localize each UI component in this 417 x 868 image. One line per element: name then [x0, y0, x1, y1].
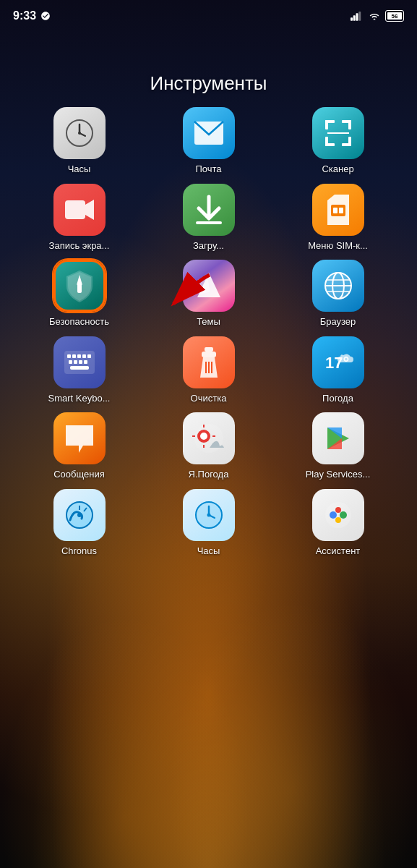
app-label-browser: Браузер [320, 316, 356, 328]
svg-rect-23 [333, 208, 338, 213]
svg-rect-10 [325, 120, 328, 129]
svg-rect-26 [77, 283, 82, 293]
app-label-scanner: Сканер [322, 163, 353, 175]
app-icon-chronus [53, 489, 106, 541]
app-label-clock2: Часы [197, 545, 220, 557]
app-label-play-services: Play Services... [306, 469, 371, 480]
app-mail[interactable]: Почта [173, 107, 245, 175]
app-icon-cleaner [183, 336, 235, 388]
app-row-6: Chronus Часы [14, 489, 403, 557]
screen: 9:33 56 Инструменты [0, 0, 417, 868]
app-label-messages: Сообщения [53, 469, 105, 480]
svg-rect-12 [348, 120, 351, 129]
svg-rect-1 [353, 15, 356, 21]
status-icons: 56 [351, 10, 404, 22]
app-cleaner[interactable]: Очистка [173, 336, 245, 404]
app-messages[interactable]: Сообщения [43, 412, 116, 480]
app-label-assistant: Ассистент [316, 545, 361, 557]
svg-rect-0 [351, 17, 353, 21]
app-icon-record [53, 184, 106, 236]
notification-icon [40, 11, 51, 21]
app-icon-clock [53, 107, 106, 159]
battery-fill: 56 [387, 12, 402, 20]
svg-point-7 [78, 132, 81, 135]
battery-indicator: 56 [385, 10, 404, 22]
app-label-yandex-weather: Я.Погода [189, 469, 229, 480]
app-play-services[interactable]: Play Services... [302, 412, 374, 480]
app-clock[interactable]: Часы [43, 107, 116, 175]
signal-icon [351, 11, 364, 21]
svg-rect-36 [67, 354, 71, 358]
app-download[interactable]: Загру... [173, 184, 245, 252]
app-icon-weather: 17° [312, 336, 364, 388]
app-icon-clock2 [183, 489, 235, 541]
app-icon-browser [312, 260, 364, 312]
app-sim[interactable]: Меню SIM-к... [302, 184, 374, 252]
app-label-mail: Почта [195, 163, 221, 175]
svg-rect-14 [325, 137, 328, 146]
folder-title: Инструменты [0, 72, 417, 95]
app-label-keyboard: Smart Keybo... [48, 393, 111, 404]
app-clock2[interactable]: Часы [173, 489, 245, 557]
svg-point-64 [77, 513, 82, 517]
status-time: 9:33 [13, 9, 51, 22]
svg-rect-41 [69, 360, 72, 364]
svg-rect-46 [205, 347, 213, 352]
arrow-overlay [137, 268, 224, 328]
app-label-clock: Часы [68, 163, 91, 175]
svg-rect-42 [74, 360, 77, 364]
app-label-security: Безопасность [49, 316, 109, 328]
app-scanner[interactable]: Сканер [302, 107, 374, 175]
svg-rect-40 [87, 354, 91, 358]
svg-point-74 [335, 507, 341, 513]
app-icon-messages [53, 412, 106, 464]
svg-rect-18 [65, 200, 85, 219]
app-icon-yandex-weather [183, 412, 235, 464]
svg-point-75 [340, 511, 347, 519]
svg-rect-38 [77, 354, 81, 358]
app-row-5: Сообщения Я.Погода [14, 412, 403, 480]
svg-point-71 [207, 513, 210, 516]
app-yandex-weather[interactable]: Я.Погода [173, 412, 245, 480]
app-icon-play-services [312, 412, 364, 464]
svg-rect-47 [202, 352, 216, 357]
svg-point-54 [200, 433, 207, 440]
svg-rect-2 [356, 13, 358, 21]
app-record[interactable]: Запись экра... [43, 184, 116, 252]
battery-text: 56 [392, 13, 398, 20]
svg-rect-45 [70, 366, 89, 370]
svg-rect-24 [339, 208, 343, 213]
svg-rect-37 [72, 354, 76, 358]
svg-rect-3 [358, 12, 361, 21]
app-grid: Часы Почта [0, 107, 417, 566]
app-icon-scanner [312, 107, 364, 159]
app-icon-keyboard [53, 336, 106, 388]
app-row-2: Запись экра... Загру... [14, 184, 403, 252]
app-row-1: Часы Почта [14, 107, 403, 175]
svg-rect-44 [84, 360, 87, 364]
app-icon-assistant [312, 489, 364, 541]
app-icon-mail [183, 107, 235, 159]
app-icon-download [183, 184, 235, 236]
svg-point-73 [330, 511, 337, 519]
app-browser[interactable]: Браузер [302, 260, 374, 328]
wifi-icon [368, 11, 381, 21]
app-keyboard[interactable]: Smart Keybo... [43, 336, 116, 404]
svg-marker-19 [85, 200, 94, 220]
app-security[interactable]: Безопасность [43, 260, 116, 328]
app-icon-sim [312, 184, 364, 236]
svg-point-76 [335, 517, 341, 523]
svg-rect-16 [348, 137, 351, 146]
time-text: 9:33 [13, 9, 36, 22]
app-icon-security [53, 260, 106, 312]
app-row-4: Smart Keybo... Очистка [14, 336, 403, 404]
svg-rect-39 [82, 354, 86, 358]
app-label-record: Запись экра... [49, 240, 110, 252]
status-bar: 9:33 56 [0, 0, 417, 32]
svg-rect-43 [79, 360, 82, 364]
app-label-cleaner: Очистка [191, 393, 227, 404]
app-assistant[interactable]: Ассистент [302, 489, 374, 557]
app-weather[interactable]: 17° Погода [302, 336, 374, 404]
app-chronus[interactable]: Chronus [43, 489, 116, 557]
app-label-sim: Меню SIM-к... [308, 240, 368, 252]
